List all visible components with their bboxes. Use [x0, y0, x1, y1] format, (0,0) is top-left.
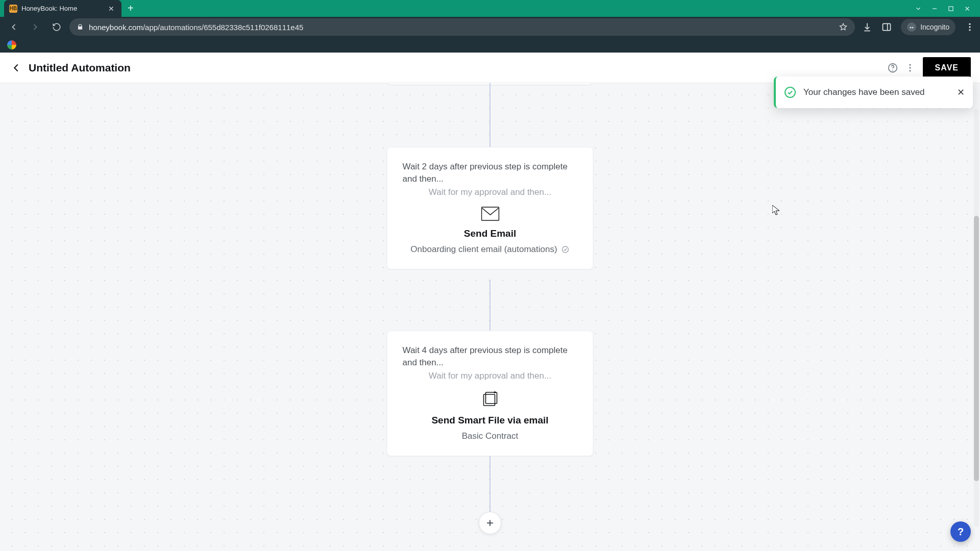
help-icon[interactable]: [884, 59, 901, 77]
add-step-button[interactable]: +: [479, 512, 501, 534]
svg-point-13: [562, 246, 569, 253]
svg-rect-1: [883, 23, 891, 30]
page-title: Untitled Automation: [29, 62, 131, 74]
step-action-subtitle: Basic Contract: [462, 431, 519, 441]
help-fab-button[interactable]: ?: [950, 521, 971, 542]
url-text: honeybook.com/app/automations/655d82338c…: [89, 23, 303, 32]
vertical-scrollbar-thumb[interactable]: [974, 216, 979, 481]
automation-step-card[interactable]: Wait 2 days after previous step is compl…: [387, 147, 594, 269]
approval-condition-text: Wait for my approval and then...: [403, 187, 578, 197]
tab-close-icon[interactable]: ✕: [106, 5, 116, 13]
step-action-subtitle-row: Onboarding client email (automations): [403, 244, 578, 255]
side-panel-icon[interactable]: [881, 22, 892, 32]
success-check-icon: [784, 86, 796, 98]
svg-point-11: [909, 70, 911, 71]
svg-point-3: [912, 27, 914, 29]
step-action-title: Send Smart File via email: [403, 415, 578, 426]
wait-condition-text: Wait 2 days after previous step is compl…: [403, 161, 578, 185]
browser-menu-icon[interactable]: [965, 22, 975, 32]
bookmark-google-icon[interactable]: [7, 40, 16, 49]
save-toast: Your changes have been saved ✕: [774, 77, 973, 108]
automation-canvas[interactable]: Wait 2 days after previous step is compl…: [0, 83, 980, 551]
omnibox[interactable]: honeybook.com/app/automations/655d82338c…: [69, 18, 855, 36]
nav-reload-button[interactable]: [48, 18, 65, 36]
flow-connector: [489, 280, 491, 331]
svg-point-4: [969, 23, 970, 25]
flow-connector: [489, 83, 491, 147]
incognito-icon: [907, 22, 916, 32]
svg-point-9: [909, 64, 911, 65]
smart-file-icon: [481, 390, 499, 408]
bookmarks-bar: [0, 37, 980, 53]
bookmark-star-icon[interactable]: [839, 22, 848, 32]
tab-search-icon[interactable]: [915, 5, 922, 12]
address-bar-row: honeybook.com/app/automations/655d82338c…: [0, 17, 980, 37]
more-menu-icon[interactable]: [901, 59, 919, 77]
svg-point-5: [969, 26, 970, 28]
svg-point-6: [969, 29, 970, 31]
wait-condition-text: Wait 4 days after previous step is compl…: [403, 344, 578, 369]
step-action-title: Send Email: [403, 228, 578, 239]
toast-close-icon[interactable]: ✕: [957, 87, 965, 98]
svg-point-10: [909, 67, 911, 68]
window-maximize-icon[interactable]: [947, 5, 954, 12]
browser-chrome: HB HoneyBook: Home ✕ + honeybook.com/app…: [0, 0, 980, 53]
nav-back-button[interactable]: [5, 18, 22, 36]
step-action-subtitle-row: Basic Contract: [403, 431, 578, 441]
svg-point-2: [910, 27, 912, 29]
svg-rect-12: [481, 207, 499, 220]
window-minimize-icon[interactable]: [931, 5, 938, 12]
incognito-label: Incognito: [920, 23, 949, 31]
step-action-subtitle: Onboarding client email (automations): [410, 244, 557, 255]
svg-point-16: [785, 87, 795, 97]
template-indicator-icon: [561, 245, 570, 254]
titlebar: HB HoneyBook: Home ✕ +: [0, 0, 980, 17]
approval-condition-text: Wait for my approval and then...: [403, 371, 578, 381]
svg-rect-0: [949, 6, 953, 10]
incognito-indicator[interactable]: Incognito: [901, 19, 955, 35]
downloads-icon[interactable]: [862, 22, 872, 32]
app-back-button[interactable]: [9, 61, 23, 75]
nav-forward-button[interactable]: [27, 18, 44, 36]
mail-icon: [481, 207, 499, 221]
automation-step-card[interactable]: Wait 4 days after previous step is compl…: [387, 331, 594, 456]
svg-point-8: [892, 69, 893, 70]
toast-message: Your changes have been saved: [803, 87, 950, 97]
new-tab-button[interactable]: +: [121, 0, 140, 17]
tab-favicon: HB: [9, 5, 17, 13]
lock-icon: [77, 23, 84, 31]
window-close-icon[interactable]: [964, 5, 971, 12]
save-button[interactable]: SAVE: [923, 57, 971, 79]
window-controls: [905, 0, 980, 17]
tab-title: HoneyBook: Home: [21, 5, 102, 12]
browser-tab[interactable]: HB HoneyBook: Home ✕: [4, 0, 121, 17]
